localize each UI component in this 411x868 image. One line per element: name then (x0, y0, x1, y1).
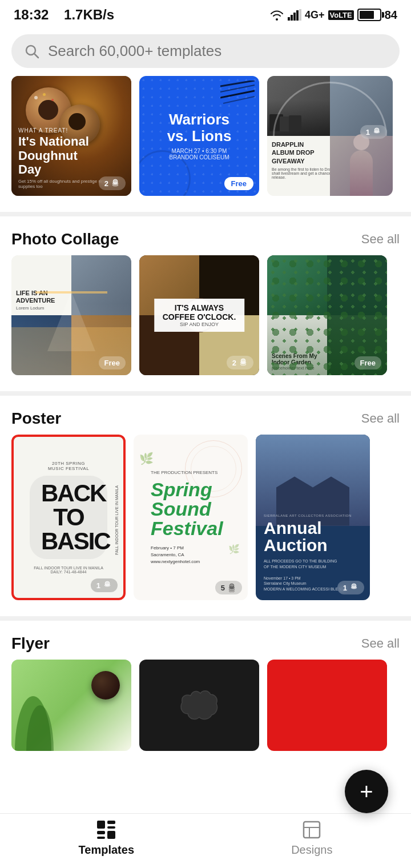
battery-fill (360, 11, 374, 19)
flyer-title: Flyer (11, 634, 50, 653)
volte-icon: VoLTE (328, 10, 354, 20)
flyer-see-all[interactable]: See all (361, 636, 400, 651)
collage-card-adventure[interactable]: LIFE IS AN ADVENTURE Lorem Lodum Free (11, 255, 131, 375)
poster-see-all[interactable]: See all (361, 411, 400, 426)
svg-rect-1 (291, 15, 293, 21)
layer-icon-btb (103, 581, 112, 590)
nav-designs-label: Designs (291, 843, 332, 857)
status-time-network: 18:32 1.7KB/s (14, 7, 114, 23)
svg-line-6 (34, 54, 38, 58)
svg-point-20 (104, 584, 110, 586)
collage-garden-tr (327, 255, 387, 315)
poster-row: 20TH SPRINGMUSIC FESTIVAL FALL INDOOR TO… (0, 435, 411, 612)
adventure-badge: Free (99, 356, 126, 369)
svg-rect-4 (299, 9, 301, 21)
poster-btb-footer: FALL INDOOR TOUR LIVE IN MANILADAILY: 74… (34, 566, 103, 574)
flyer-red-bg (267, 660, 387, 751)
bottom-nav: Templates Designs (0, 813, 411, 868)
battery-icon (357, 9, 381, 21)
flyer-row (0, 660, 411, 762)
drapplin-badge: 1 (360, 125, 387, 139)
svg-rect-30 (107, 826, 115, 829)
collage-card-coffee[interactable]: IT'S ALWAYS COFFEE O'CLOCK. SIP AND ENJO… (139, 255, 259, 375)
poster-auction-org: SIERRALANE ART COLLECTORS ASSOCIATION (264, 514, 362, 517)
flyer-header: Flyer See all (0, 625, 411, 660)
poster-header: Poster See all (0, 400, 411, 435)
svg-point-9 (112, 184, 118, 186)
featured-card-warriors[interactable]: Warriorsvs. Lions MARCH 27 • 6:30 PMBRAN… (139, 76, 259, 196)
search-bar[interactable] (11, 34, 400, 68)
poster-spring-content: THE PRODUCTION PRESENTS SpringSoundFesti… (143, 462, 239, 573)
featured-card-doughnut[interactable]: WHAT A TREAT! It's NationalDoughnutDay G… (11, 76, 131, 196)
featured-row: WHAT A TREAT! It's NationalDoughnutDay G… (11, 76, 411, 196)
search-icon (24, 43, 40, 59)
svg-rect-33 (107, 831, 115, 839)
poster-card-annual-auction[interactable]: SIERRALANE ART COLLECTORS ASSOCIATION An… (256, 435, 370, 600)
photo-collage-title: Photo Collage (11, 230, 119, 248)
status-time: 18:32 (14, 7, 49, 22)
templates-icon (96, 819, 116, 840)
svg-rect-32 (97, 837, 105, 839)
svg-rect-2 (293, 13, 296, 21)
svg-line-13 (223, 97, 255, 103)
collage-coffee-sub: SIP AND ENJOY (161, 322, 237, 327)
doughnut-card-inner: WHAT A TREAT! It's NationalDoughnutDay G… (11, 76, 131, 196)
featured-card-drapplin[interactable]: DRAPPLINALBUM DROPGIVEAWAY Be among the … (267, 76, 393, 196)
fab-plus-icon: + (360, 780, 373, 803)
battery-level: 84 (385, 9, 397, 22)
poster-auction-title: AnnualAuction (264, 520, 362, 554)
flyer-card-green[interactable] (11, 660, 131, 751)
poster-btb-side-text: FALL INDOOR TOUR LIVE IN MANILA (115, 485, 119, 555)
collage-adventure-tr (71, 255, 131, 315)
collage-card-garden[interactable]: Scenes From My Indoor Garden placeholder… (267, 255, 387, 375)
poster-spring-badge: 5 (215, 581, 242, 594)
doughnut-tag: WHAT A TREAT! (18, 127, 124, 134)
svg-rect-28 (97, 821, 105, 829)
garden-badge: Free (354, 356, 381, 369)
search-input[interactable] (48, 42, 387, 60)
poster-title: Poster (11, 409, 61, 428)
poster-spring-pre: THE PRODUCTION PRESENTS (151, 470, 231, 475)
signal-icon (288, 9, 301, 21)
doughnut-badge: 2 (99, 176, 126, 190)
warriors-badge: Free (224, 177, 253, 190)
status-network: 1.7KB/s (64, 7, 114, 22)
photo-collage-header: Photo Collage See all (0, 221, 411, 255)
sep-2 (0, 391, 411, 396)
flyer-card-dark[interactable] (139, 660, 259, 751)
svg-rect-34 (304, 822, 320, 838)
poster-spring-sub: February • 7 PMSacramento, CAwww.nextyge… (151, 545, 231, 565)
warriors-card-inner: Warriorsvs. Lions MARCH 27 • 6:30 PMBRAN… (139, 76, 259, 196)
nav-templates-label: Templates (79, 843, 134, 857)
flyer-card-red[interactable] (267, 660, 387, 751)
svg-point-15 (374, 131, 380, 133)
svg-point-25 (229, 592, 235, 592)
featured-section: WHAT A TREAT! It's NationalDoughnutDay G… (0, 76, 411, 207)
search-container (0, 29, 411, 76)
nav-item-templates[interactable]: Templates (62, 815, 151, 861)
drapplin-photo-3 (330, 136, 393, 196)
layer-icon-spring (227, 583, 236, 592)
network-type: 4G+ (305, 9, 325, 21)
scribble-decoration (220, 81, 255, 115)
svg-rect-3 (296, 10, 299, 21)
poster-auction-top-img (256, 435, 370, 526)
poster-spring-title: SpringSoundFestival (151, 480, 231, 538)
flyer-dark-icon (176, 685, 222, 725)
poster-card-spring-sound[interactable]: 🌿 🌿 THE PRODUCTION PRESENTS SpringSoundF… (134, 435, 248, 600)
warriors-subtitle: MARCH 27 • 6:30 PMBRANDON COLISEUM (169, 148, 229, 160)
warriors-title: Warriorsvs. Lions (167, 111, 232, 144)
layer-icon-coffee (239, 358, 248, 367)
status-bar: 18:32 1.7KB/s 4G+ VoLTE 84 (0, 0, 411, 29)
photo-collage-see-all[interactable]: See all (361, 232, 400, 247)
poster-card-back-to-basic[interactable]: 20TH SPRINGMUSIC FESTIVAL FALL INDOOR TO… (11, 435, 126, 600)
svg-point-27 (351, 586, 357, 589)
nav-item-designs[interactable]: Designs (274, 815, 349, 861)
flyer-green-fruit (91, 671, 120, 700)
fab-create-button[interactable]: + (345, 770, 388, 813)
sep-1 (0, 212, 411, 216)
designs-icon (301, 819, 322, 840)
layer-icon (111, 179, 120, 188)
svg-line-12 (220, 91, 255, 98)
status-icons: 4G+ VoLTE 84 (269, 9, 397, 22)
